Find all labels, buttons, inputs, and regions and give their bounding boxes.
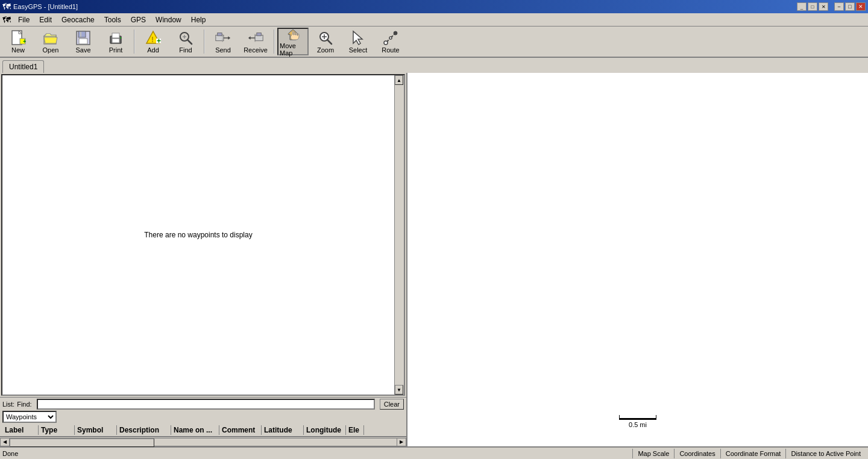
new-label: New [11,46,25,54]
tab-untitled1[interactable]: Untitled1 [2,60,44,73]
map-scale-indicator: 0.5 mi [619,415,656,428]
column-headers: Label Type Symbol Description Name on ..… [0,424,406,437]
menu-item-window[interactable]: Window [151,14,186,25]
separator-1 [134,30,135,54]
svg-rect-12 [112,39,119,43]
col-description: Description [117,425,171,435]
add-label: Add [147,46,159,54]
route-label: Route [382,46,399,54]
scroll-track-vertical [395,85,404,385]
col-name-on: Name on ... [171,425,219,435]
find-input[interactable] [37,399,375,410]
zoom-label: Zoom [317,46,334,54]
menu-bar: 🗺 File Edit Geocache Tools GPS Window He… [0,13,868,27]
close-button[interactable]: ✕ [856,2,866,11]
zoom-icon [317,30,334,46]
menu-item-file[interactable]: File [13,14,34,25]
inner-maximize-button[interactable]: □ [808,2,817,11]
add-button[interactable]: ! + Add [137,28,169,55]
open-button[interactable]: Open [35,28,66,55]
send-icon [215,30,231,46]
status-coordinates: Coordinates [674,449,720,458]
svg-line-20 [187,40,192,44]
list-dropdown-row: Waypoints Routes Tracks [2,411,404,423]
find-label: Find [179,46,192,54]
vertical-scrollbar[interactable]: ▲ ▼ [394,75,404,395]
col-symbol: Symbol [75,425,117,435]
horizontal-scroll-thumb[interactable] [10,439,154,447]
svg-rect-24 [218,33,222,36]
svg-marker-26 [228,36,230,40]
find-button[interactable]: Find [170,28,201,55]
status-bar: Done Map Scale Coordinates Coordinate Fo… [0,446,868,459]
zoom-button[interactable]: Zoom [310,28,341,55]
svg-point-39 [384,41,388,45]
app-icon: 🗺 [2,2,11,11]
new-button[interactable]: + New [2,28,34,55]
inner-minimize-button[interactable]: _ [797,2,807,11]
col-longitude: Longitude [304,425,346,435]
receive-button[interactable]: Receive [240,28,271,55]
horizontal-scroll-track [10,438,397,446]
tab-bar: Untitled1 [0,58,868,73]
status-right: Map Scale Coordinates Coordinate Format … [632,449,866,458]
scale-label: 0.5 mi [629,421,647,428]
svg-rect-9 [79,39,87,44]
svg-point-40 [394,31,397,35]
map-panel: 0.5 mi [407,73,868,446]
menu-item-gps[interactable]: GPS [126,14,151,25]
send-button[interactable]: Send [207,28,239,55]
route-button[interactable]: Route [375,28,406,55]
svg-rect-14 [120,37,121,39]
select-label: Select [349,46,368,54]
save-label: Save [75,46,90,54]
clear-button[interactable]: Clear [380,399,404,410]
separator-2 [204,30,205,54]
movemap-icon [285,27,301,42]
svg-text:+: + [23,38,26,45]
menu-item-geocache[interactable]: Geocache [57,14,99,25]
col-type: Type [39,425,75,435]
maximize-button[interactable]: □ [845,2,855,11]
svg-rect-29 [257,33,261,36]
col-latitude: Latitude [262,425,304,435]
svg-rect-8 [78,31,86,37]
col-comment: Comment [219,425,262,435]
find-icon [177,30,194,46]
svg-rect-10 [80,32,81,37]
status-coordinate-format: Coordinate Format [720,449,786,458]
add-icon: ! + [145,30,162,46]
save-button[interactable]: Save [68,28,99,55]
svg-point-41 [389,37,392,39]
menu-app-icon: 🗺 [2,15,11,25]
title-bar-controls: _ □ ✕ − □ ✕ [797,2,866,11]
menu-item-help[interactable]: Help [186,14,211,25]
svg-line-34 [327,40,332,44]
movemap-label: Move Map [280,42,306,57]
scroll-left-button[interactable]: ◀ [0,438,10,446]
menu-item-tools[interactable]: Tools [99,14,126,25]
svg-marker-37 [353,31,362,45]
no-waypoints-message: There are no waypoints to display [144,231,252,239]
left-panel: There are no waypoints to display ▲ ▼ Li… [0,73,407,446]
list-type-select[interactable]: Waypoints Routes Tracks [2,411,57,423]
status-map-scale: Map Scale [632,449,674,458]
title-bar-left: 🗺 EasyGPS - [Untitled1] [2,2,78,11]
list-find-row: List: Find: Clear [2,399,404,410]
title-bar: 🗺 EasyGPS - [Untitled1] _ □ ✕ − □ ✕ [0,0,868,13]
minimize-button[interactable]: − [834,2,844,11]
movemap-button[interactable]: Move Map [277,28,309,55]
status-distance-to-active-point: Distance to Active Point [785,449,866,458]
scroll-down-button[interactable]: ▼ [395,385,403,395]
select-button[interactable]: Select [342,28,374,55]
scroll-right-button[interactable]: ▶ [397,438,406,446]
scale-bar [619,415,656,420]
scroll-up-button[interactable]: ▲ [395,75,403,85]
waypoints-area: There are no waypoints to display ▲ ▼ [1,74,405,396]
horizontal-scrollbar[interactable]: ◀ ▶ [0,437,406,446]
send-label: Send [215,46,231,54]
print-button[interactable]: Print [100,28,131,55]
inner-close-button[interactable]: ✕ [819,2,828,11]
menu-item-edit[interactable]: Edit [34,14,57,25]
route-icon [382,30,399,46]
